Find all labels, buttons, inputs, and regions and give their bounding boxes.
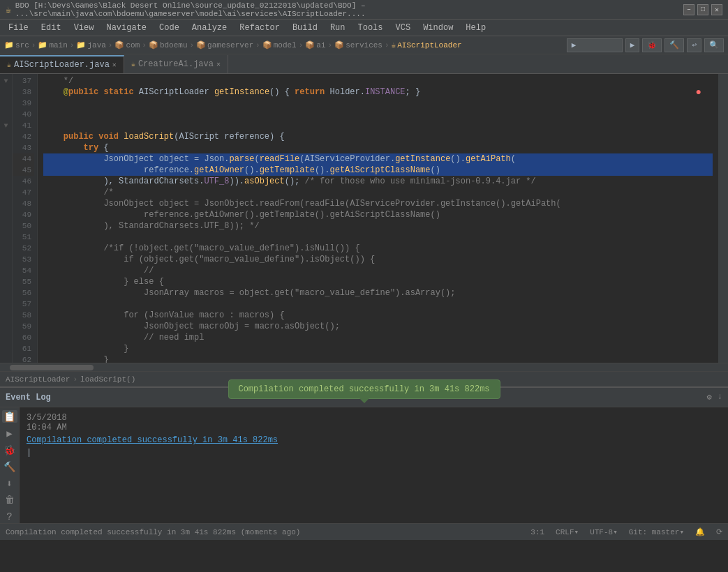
code-line-61: }	[43, 343, 713, 354]
bc-java[interactable]: 📁 java	[76, 40, 105, 50]
line-num-58: 58	[13, 310, 34, 321]
vcs-branch[interactable]: Git: master▾	[629, 527, 684, 536]
bc-services[interactable]: 📦 services	[334, 40, 382, 50]
tab-creatureai[interactable]: ☕ CreatureAi.java ✕	[124, 55, 228, 73]
minimize-button[interactable]: –	[683, 4, 694, 15]
menu-help[interactable]: Help	[460, 20, 491, 36]
code-line-46: ), StandardCharsets.UTF_8)).asObject(); …	[43, 176, 713, 187]
line-num-45: 45	[13, 165, 34, 176]
settings-icon[interactable]: ⚙	[707, 392, 712, 402]
error-indicator: ●	[696, 86, 701, 98]
menu-window[interactable]: Window	[417, 20, 459, 36]
line-numbers: 37 38 39 40 41 42 43 44 45 46 47 48 49 5…	[13, 74, 38, 363]
title-bar-left: ☕ BDO [H:\Devs\Games\Black Desert Online…	[6, 1, 683, 18]
bc-gameserver[interactable]: 📦 gameserver	[196, 40, 253, 50]
cursor-position[interactable]: 3:1	[530, 528, 544, 536]
fold-btn-38[interactable]: ▼	[1, 75, 11, 86]
menu-build[interactable]: Build	[287, 20, 323, 36]
menu-tools[interactable]: Tools	[352, 20, 389, 36]
code-line-48: JsonObject object = JsonObject.readFrom(…	[43, 198, 713, 209]
line-num-59: 59	[13, 321, 34, 332]
code-line-50: ), StandardCharsets.UTF_8)); */	[43, 220, 713, 232]
fold-btn-42[interactable]: ▼	[1, 120, 11, 131]
code-line-53: if (object.get("macro_value_define").isO…	[43, 254, 713, 265]
code-line-42: public void loadScript(AIScript referenc…	[43, 131, 713, 142]
menu-refactor[interactable]: Refactor	[234, 20, 285, 36]
footer-loadscript[interactable]: loadScript()	[80, 375, 135, 384]
menu-analyze[interactable]: Analyze	[186, 20, 232, 36]
run-icon[interactable]: 🔨	[2, 460, 17, 473]
menu-run[interactable]: Run	[325, 20, 351, 36]
line-num-38: 38	[13, 86, 34, 98]
tab-aiscriptloader[interactable]: ☕ AIScriptLoader.java ✕	[0, 55, 124, 73]
tab-close-creatureai[interactable]: ✕	[216, 60, 221, 68]
code-line-47: /*	[43, 187, 713, 198]
bc-model[interactable]: 📦 model	[262, 40, 297, 50]
help-icon[interactable]: ?	[2, 511, 17, 523]
code-line-54: //	[43, 265, 713, 276]
event-log-icon[interactable]: 📋	[2, 410, 17, 423]
compilation-tooltip: Compilation completed successfully in 3m…	[228, 379, 500, 399]
log-time: 10:04 AM	[27, 423, 721, 432]
code-line-49: reference.getAiOwner().getTemplate().get…	[43, 209, 713, 220]
line-num-39: 39	[13, 98, 34, 109]
bottom-log: 3/5/2018 10:04 AM Compilation completed …	[20, 407, 728, 523]
editor-area: ▼ ▼ 37 38 39 40 41 42 43 44 45 46 47 48 …	[0, 74, 728, 363]
menu-view[interactable]: View	[68, 20, 100, 36]
bc-com[interactable]: 📦 com	[114, 40, 140, 50]
close-icon-panel[interactable]: ↓	[718, 392, 722, 402]
code-line-40	[43, 109, 713, 120]
menu-edit[interactable]: Edit	[36, 20, 67, 36]
line-num-47: 47	[13, 187, 34, 198]
menu-navigate[interactable]: Navigate	[101, 20, 152, 36]
tab-close-aiscriptloader[interactable]: ✕	[112, 61, 117, 69]
code-line-56: JsonArray macros = object.get("macro_val…	[43, 287, 713, 299]
debug-button[interactable]: 🐞	[642, 38, 662, 52]
version-icon[interactable]: ⬇	[2, 477, 17, 490]
line-num-57: 57	[13, 299, 34, 310]
bc-aiscriptloader[interactable]: ☕ AIScriptLoader	[392, 40, 462, 50]
undo-button[interactable]: ↩	[687, 38, 701, 52]
code-line-55: } else {	[43, 276, 713, 287]
log-date: 3/5/2018	[27, 413, 721, 423]
horizontal-scrollbar[interactable]	[0, 363, 728, 371]
line-ending[interactable]: CRLF▾	[556, 527, 579, 536]
menu-code[interactable]: Code	[154, 20, 185, 36]
bottom-panel-content: 📋 ▶ 🐞 🔨 ⬇ 🗑 ? 3/5/2018 10:04 AM Compilat…	[0, 407, 728, 523]
terminal-icon[interactable]: ▶	[2, 427, 17, 439]
status-bar: Compilation completed successfully in 3m…	[0, 523, 728, 540]
maximize-button[interactable]: □	[697, 4, 708, 15]
line-num-42: 42	[13, 131, 34, 142]
bc-ai[interactable]: 📦 ai	[305, 40, 325, 50]
bc-bdoemu[interactable]: 📦 bdoemu	[149, 40, 188, 50]
tab-bar: ☕ AIScriptLoader.java ✕ ☕ CreatureAi.jav…	[0, 54, 728, 74]
line-num-53: 53	[13, 254, 34, 265]
notification-icon[interactable]: 🔔	[695, 527, 705, 536]
close-button[interactable]: ✕	[711, 4, 722, 15]
log-message-link[interactable]: Compilation completed successfully in 3m…	[27, 435, 278, 445]
h-scroll-thumb[interactable]	[10, 365, 94, 370]
bc-main[interactable]: 📁 main	[38, 40, 67, 50]
code-area[interactable]: */ @public static AIScriptLoader getInst…	[38, 74, 718, 363]
app-icon: ☕	[6, 4, 11, 15]
run-config-dropdown[interactable]: ▶	[567, 38, 623, 52]
encoding[interactable]: UTF-8▾	[590, 527, 618, 536]
status-message: Compilation completed successfully in 3m…	[6, 528, 525, 536]
code-line-37: */	[43, 75, 713, 86]
bottom-panel: Event Log ⚙ ↓ 📋 ▶ 🐞 🔨 ⬇ 🗑 ? 3/5/2018 10:…	[0, 386, 728, 523]
trash-icon[interactable]: 🗑	[2, 494, 17, 506]
right-scrollbar[interactable]	[718, 74, 728, 363]
menu-vcs[interactable]: VCS	[390, 20, 417, 36]
build-button[interactable]: 🔨	[664, 38, 684, 52]
bc-src[interactable]: 📁 src	[4, 40, 29, 50]
debug-icon[interactable]: 🐞	[2, 444, 17, 456]
line-num-41: 41	[13, 120, 34, 131]
search-button[interactable]: 🔍	[704, 38, 724, 52]
sync-icon[interactable]: ⟳	[716, 527, 722, 536]
run-button[interactable]: ▶	[625, 38, 640, 52]
footer-aiscriptloader[interactable]: AIScriptLoader	[6, 375, 70, 384]
code-line-43: try {	[43, 142, 713, 153]
tab-label: AIScriptLoader.java	[14, 60, 110, 70]
menu-file[interactable]: File	[3, 20, 34, 36]
code-line-41	[43, 120, 713, 131]
